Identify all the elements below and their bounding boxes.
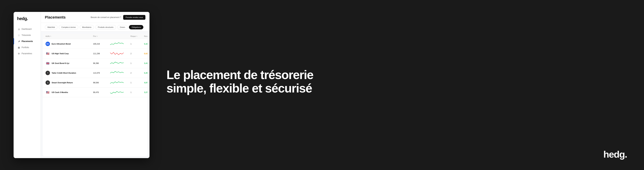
sidebar-nav: ◎ Dashboard □ Trésorerie ↗ Placements ▦ … bbox=[14, 26, 40, 56]
risk-2: 2 bbox=[130, 52, 144, 54]
flag-2: 🇺🇸 bbox=[46, 51, 50, 56]
yield-1: 5,32% bbox=[144, 43, 148, 45]
sidebar-item-dashboard[interactable]: ◎ Dashboard bbox=[14, 26, 40, 32]
sidebar-item-label: Portfolio bbox=[22, 46, 29, 48]
table-row: T Tailor Crédit Short Duration 113,47€ 2… bbox=[43, 68, 148, 78]
tab-comptes-terme[interactable]: Comptes à terme bbox=[59, 25, 78, 30]
risk-3: 1 bbox=[130, 62, 144, 64]
chart-1 bbox=[110, 41, 130, 47]
tab-monetaires[interactable]: Monétaires bbox=[80, 25, 94, 30]
yield-3: 3,41% bbox=[144, 62, 148, 64]
asset-name-1: Euro Ultrashort Bond bbox=[52, 43, 71, 45]
sort-arrows-prix: ⇅ bbox=[96, 36, 98, 37]
asset-cell-1: EU Euro Ultrashort Bond bbox=[46, 42, 93, 46]
sidebar-item-parametres[interactable]: ⚙ Paramètres bbox=[14, 50, 40, 56]
tresorerie-icon: □ bbox=[18, 34, 20, 36]
price-4: 113,47€ bbox=[93, 72, 110, 74]
asset-cell-6: 🇺🇸 US Cash 3 Months bbox=[46, 90, 93, 94]
sort-arrows-actifs: ⇅ bbox=[50, 36, 51, 37]
col-chart bbox=[110, 35, 130, 37]
chart-6 bbox=[110, 89, 130, 95]
sort-arrows-risque: ⇅ bbox=[136, 36, 138, 37]
price-1: 100,21€ bbox=[93, 43, 110, 45]
parametres-icon: ⚙ bbox=[18, 52, 20, 55]
flag-6: 🇺🇸 bbox=[46, 90, 50, 94]
assets-table: Actifs ⇅ Prix ⇅ Risque ⇅ Rendements ⇅ bbox=[43, 34, 148, 156]
table-row: 🇺🇸 US Cash 3 Months 99,47€ 1 3,27% Voir … bbox=[43, 88, 148, 97]
chart-svg-6 bbox=[110, 90, 124, 95]
flag-5: S bbox=[46, 80, 50, 85]
asset-cell-5: S Smart Overnight Return bbox=[46, 80, 93, 85]
col-prix: Prix ⇅ bbox=[93, 35, 110, 37]
main-content: Placements Besoin de conseil en placemen… bbox=[41, 12, 150, 158]
price-2: 111,23€ bbox=[93, 52, 110, 54]
table-row: 🇬🇧 UK Govt Bond 0-1yr 96,39€ 1 3,41% Voi… bbox=[43, 58, 148, 68]
sidebar: hedg. ◎ Dashboard □ Trésorerie ↗ Placeme… bbox=[14, 12, 41, 158]
sidebar-item-label: Placements bbox=[22, 40, 33, 42]
placements-icon: ↗ bbox=[18, 40, 20, 43]
table-row: S Smart Overnight Return 98,50€ 1 4,87% … bbox=[43, 78, 148, 88]
sidebar-item-placements[interactable]: ↗ Placements bbox=[14, 38, 40, 44]
table-row: EU Euro Ultrashort Bond 100,21€ 1 5,32% … bbox=[43, 39, 148, 49]
chart-svg-3 bbox=[110, 61, 124, 66]
brand-logo-bottom: hedg. bbox=[604, 149, 627, 160]
sidebar-item-label: Dashboard bbox=[22, 28, 32, 30]
asset-name-4: Tailor Crédit Short Duration bbox=[52, 72, 76, 74]
chart-svg-1 bbox=[110, 41, 124, 46]
price-6: 99,47€ bbox=[93, 91, 110, 93]
chart-5 bbox=[110, 80, 130, 86]
marketing-panel: Le placement de trésorerie simple, flexi… bbox=[150, 54, 644, 116]
asset-cell-3: 🇬🇧 UK Govt Bond 0-1yr bbox=[46, 61, 93, 66]
table-row: 🇺🇸 US High Yield Corp 111,23€ 2 0,02% Vo… bbox=[43, 49, 148, 58]
advice-text: Besoin de conseil en placement ? bbox=[91, 16, 121, 18]
yield-6: 3,27% bbox=[144, 91, 148, 93]
price-5: 98,50€ bbox=[93, 82, 110, 84]
yield-5: 4,87% bbox=[144, 82, 148, 84]
main-header: Placements Besoin de conseil en placemen… bbox=[41, 12, 150, 23]
risk-4: 2 bbox=[130, 72, 144, 74]
flag-4: T bbox=[46, 71, 50, 75]
col-rendements: Rendements ⇅ bbox=[144, 35, 148, 37]
yield-4: 5,39% bbox=[144, 72, 148, 74]
risk-5: 1 bbox=[130, 82, 144, 84]
header-right: Besoin de conseil en placement ? Prendre… bbox=[91, 15, 146, 20]
sidebar-item-label: Paramètres bbox=[22, 52, 32, 55]
sidebar-item-label: Trésorerie bbox=[22, 34, 31, 36]
portfolio-icon: ▦ bbox=[18, 46, 20, 49]
asset-name-6: US Cash 3 Months bbox=[52, 91, 68, 93]
asset-name-2: US High Yield Corp bbox=[52, 52, 69, 54]
yield-2: 0,02% bbox=[144, 52, 148, 54]
sidebar-item-tresorerie[interactable]: □ Trésorerie bbox=[14, 32, 40, 38]
risk-6: 1 bbox=[130, 91, 144, 93]
flag-3: 🇬🇧 bbox=[46, 61, 50, 66]
dashboard-icon: ◎ bbox=[18, 28, 20, 30]
asset-cell-2: 🇺🇸 US High Yield Corp bbox=[46, 51, 93, 56]
app-mockup: hedg. ◎ Dashboard □ Trésorerie ↗ Placeme… bbox=[14, 12, 150, 158]
chart-svg-4 bbox=[110, 70, 124, 76]
tab-green[interactable]: Green bbox=[118, 25, 128, 30]
table-header: Actifs ⇅ Prix ⇅ Risque ⇅ Rendements ⇅ bbox=[43, 34, 148, 39]
asset-name-3: UK Govt Bond 0-1yr bbox=[52, 62, 70, 64]
chart-svg-5 bbox=[110, 80, 124, 85]
chart-svg-2 bbox=[110, 51, 124, 56]
sidebar-logo: hedg. bbox=[14, 16, 40, 26]
sidebar-item-portfolio[interactable]: ▦ Portfolio bbox=[14, 44, 40, 50]
asset-name-5: Smart Overnight Return bbox=[52, 82, 73, 84]
chart-3 bbox=[110, 60, 130, 66]
risk-1: 1 bbox=[130, 43, 144, 45]
tab-watchlist[interactable]: Watchlist bbox=[45, 25, 58, 30]
asset-cell-4: T Tailor Crédit Short Duration bbox=[46, 71, 93, 75]
chart-4 bbox=[110, 70, 130, 76]
chart-2 bbox=[110, 50, 130, 56]
page-title: Placements bbox=[45, 15, 66, 20]
flag-1: EU bbox=[46, 42, 50, 46]
filter-bar: Watchlist Comptes à terme Monétaires Pro… bbox=[41, 23, 150, 32]
price-3: 96,39€ bbox=[93, 62, 110, 64]
col-risque: Risque ⇅ bbox=[130, 35, 144, 37]
rdv-button[interactable]: Prendre rendez-vous bbox=[123, 15, 146, 20]
tab-produits-structures[interactable]: Produits structurés bbox=[95, 25, 116, 30]
tab-obligations[interactable]: Obligations bbox=[129, 25, 144, 30]
marketing-headline: Le placement de trésorerie simple, flexi… bbox=[166, 68, 627, 95]
col-actifs: Actifs ⇅ bbox=[46, 35, 93, 37]
